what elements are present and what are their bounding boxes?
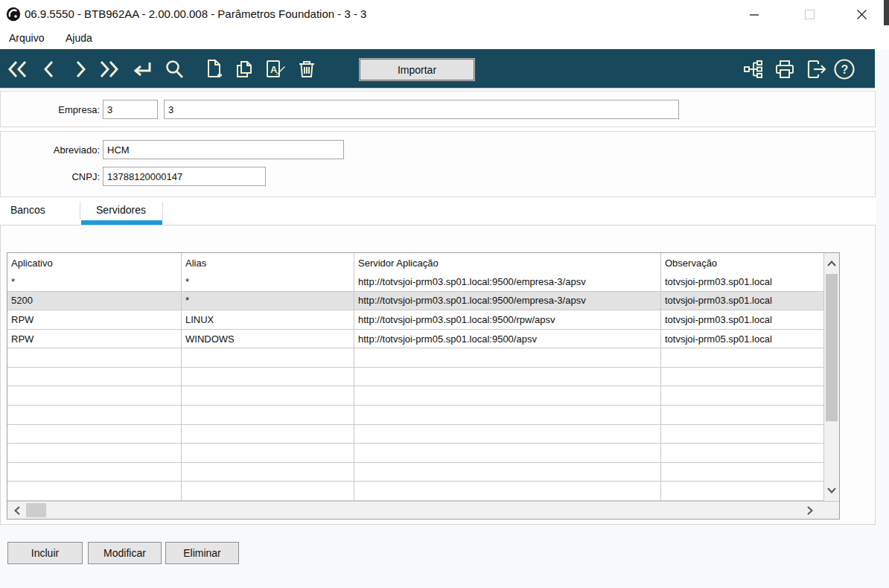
edit-record-icon[interactable]: A xyxy=(264,57,287,81)
cell-empty xyxy=(182,348,354,367)
cell-empty xyxy=(354,444,661,462)
cell-aplicativo: RPW xyxy=(7,310,182,329)
hierarchy-icon[interactable] xyxy=(742,57,765,81)
cell-servidor: http://totvsjoi-prm05.sp01.local:9500/ap… xyxy=(354,330,661,348)
copy-record-icon[interactable] xyxy=(232,57,256,81)
cell-observacao: totvsjoi-prm05.sp01.local xyxy=(661,330,823,348)
cadastro-section: Abreviado: CNPJ: xyxy=(0,131,876,197)
cell-empty xyxy=(182,444,354,462)
table-row-selected[interactable]: 5200 * http://totvsjoi-prm03.sp01.local:… xyxy=(7,292,823,311)
menu-arquivo[interactable]: Arquivo xyxy=(6,28,47,49)
table-row[interactable]: * * http://totvsjoi-prm03.sp01.local:950… xyxy=(7,272,823,292)
table-row-empty[interactable] xyxy=(7,368,823,387)
cnpj-label: CNPJ: xyxy=(29,171,100,182)
abreviado-input[interactable] xyxy=(103,140,344,159)
new-record-icon[interactable] xyxy=(203,57,226,81)
column-header-observacao[interactable]: Observação xyxy=(661,253,823,272)
cell-empty xyxy=(661,368,823,386)
empresa-label: Empresa: xyxy=(29,104,100,115)
table-row-empty[interactable] xyxy=(7,444,823,463)
abreviado-label: Abreviado: xyxy=(29,144,100,156)
table-row[interactable]: RPW WINDOWS http://totvsjoi-prm05.sp01.l… xyxy=(7,330,823,349)
cell-empty xyxy=(182,425,354,444)
servidores-panel: Aplicativo Alias Servidor Aplicação Obse… xyxy=(0,225,876,525)
table-row-empty[interactable] xyxy=(7,386,823,406)
cell-alias: * xyxy=(182,292,354,310)
cell-empty xyxy=(182,463,354,482)
delete-record-icon[interactable] xyxy=(295,57,319,81)
cell-empty xyxy=(182,406,354,424)
cell-empty xyxy=(7,444,182,462)
cell-empty xyxy=(354,482,661,500)
cell-empty xyxy=(7,348,182,367)
cell-servidor: http://totvsjoi-prm03.sp01.local:9500/em… xyxy=(354,272,661,291)
right-margin xyxy=(876,49,889,525)
last-record-icon[interactable] xyxy=(97,57,121,81)
window-edge xyxy=(884,0,889,25)
table-row-empty[interactable] xyxy=(7,482,823,501)
svg-text:?: ? xyxy=(841,63,849,76)
table-row[interactable]: RPW LINUX http://totvsjoi-prm03.sp01.loc… xyxy=(7,310,823,330)
cell-empty xyxy=(354,348,661,367)
first-record-icon[interactable] xyxy=(6,57,30,81)
exit-icon[interactable] xyxy=(805,57,829,81)
cell-empty xyxy=(354,406,661,424)
table-row-empty[interactable] xyxy=(7,425,823,444)
tab-separator xyxy=(162,202,163,220)
cell-empty xyxy=(182,386,354,405)
svg-text:A: A xyxy=(270,64,278,75)
tab-bancos[interactable]: Bancos xyxy=(0,199,80,220)
help-icon[interactable]: ? xyxy=(832,57,856,81)
horizontal-scroll-thumb[interactable] xyxy=(26,503,46,517)
table-row-empty[interactable] xyxy=(7,348,823,368)
servidores-grid: Aplicativo Alias Servidor Aplicação Obse… xyxy=(7,252,840,520)
next-record-icon[interactable] xyxy=(68,57,92,81)
cell-alias: LINUX xyxy=(182,310,354,329)
table-row-empty[interactable] xyxy=(7,406,823,425)
minimize-button[interactable] xyxy=(737,0,771,28)
cell-empty xyxy=(182,368,354,386)
cell-observacao: totvsjoi-prm03.sp01.local xyxy=(661,310,823,329)
go-to-icon[interactable] xyxy=(130,57,153,81)
cell-servidor: http://totvsjoi-prm03.sp01.local:9500/em… xyxy=(354,292,661,310)
scroll-left-icon[interactable] xyxy=(9,502,25,519)
vertical-scrollbar[interactable] xyxy=(823,253,839,501)
cell-empty xyxy=(661,444,823,462)
column-header-aplicativo[interactable]: Aplicativo xyxy=(7,253,182,272)
cell-empty xyxy=(7,368,182,386)
cell-empty xyxy=(354,463,661,482)
cell-empty xyxy=(661,348,823,367)
table-row-empty[interactable] xyxy=(7,463,823,482)
maximize-button[interactable] xyxy=(792,0,826,28)
tab-servidores[interactable]: Servidores xyxy=(80,199,162,220)
cell-empty xyxy=(354,368,661,386)
cell-servidor: http://totvsjoi-prm03.sp01.local:9500/rp… xyxy=(354,310,661,329)
previous-record-icon[interactable] xyxy=(37,57,61,81)
cell-observacao: totvsjoi-prm03.sp01.local xyxy=(661,272,823,291)
window-title: 06.9.5550 - BTB962AA - 2.00.00.008 - Par… xyxy=(25,0,366,28)
column-header-alias[interactable]: Alias xyxy=(182,253,354,272)
column-header-servidor-aplicacao[interactable]: Servidor Aplicação xyxy=(354,253,661,272)
empresa-code-input[interactable] xyxy=(103,100,158,119)
empresa-name-input[interactable] xyxy=(164,100,679,119)
incluir-button[interactable]: Incluir xyxy=(7,542,83,564)
scroll-up-icon[interactable] xyxy=(824,255,839,272)
cell-empty xyxy=(661,425,823,444)
vertical-scroll-thumb[interactable] xyxy=(826,274,838,421)
cell-observacao: totvsjoi-prm03.sp01.local xyxy=(661,292,823,310)
cnpj-input[interactable] xyxy=(103,167,266,186)
close-button[interactable] xyxy=(844,0,879,28)
scroll-right-icon[interactable] xyxy=(802,502,818,519)
menu-ajuda[interactable]: Ajuda xyxy=(63,28,95,49)
search-icon[interactable] xyxy=(162,57,186,81)
modificar-button[interactable]: Modificar xyxy=(88,542,162,564)
horizontal-scrollbar[interactable] xyxy=(7,501,839,519)
eliminar-button[interactable]: Eliminar xyxy=(165,542,239,564)
print-icon[interactable] xyxy=(773,57,797,81)
scroll-down-icon[interactable] xyxy=(824,482,839,499)
cell-empty xyxy=(7,463,182,482)
cell-empty xyxy=(354,425,661,444)
importar-button[interactable]: Importar xyxy=(360,59,474,80)
cell-empty xyxy=(661,406,823,424)
menu-bar: Arquivo Ajuda xyxy=(0,28,889,49)
